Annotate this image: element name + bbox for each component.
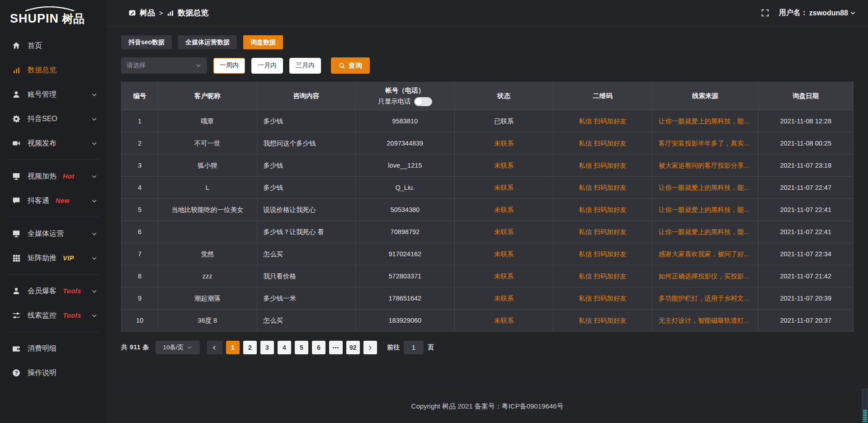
table-header-row: 编号客户昵称咨询内容帐号（电话）只显示电话状态二维码线索来源询盘日期 <box>122 82 854 110</box>
qr-add-friend-link[interactable]: 私信 扫码加好友 <box>579 184 627 191</box>
inquiry-table-wrap: 编号客户昵称咨询内容帐号（电话）只显示电话状态二维码线索来源询盘日期 1 哦章 … <box>121 82 854 332</box>
page-button-1[interactable]: 1 <box>226 341 240 354</box>
query-button[interactable]: 查询 <box>331 57 370 74</box>
svg-text:?: ? <box>14 370 18 376</box>
cell-id: 10 <box>122 310 158 332</box>
breadcrumb-page[interactable]: 数据总览 <box>167 8 208 18</box>
breadcrumb-separator: > <box>159 9 163 17</box>
qr-add-friend-link[interactable]: 私信 扫码加好友 <box>579 206 627 213</box>
range-button-1[interactable]: 一周内 <box>213 58 245 74</box>
pagination: 共 911 条 10条/页 123456•••92 前往 页 <box>121 341 854 354</box>
cell-content: 我想问这个多少钱 <box>257 132 356 155</box>
lead-source-link[interactable]: 被大家追着问的客厅投影分享... <box>659 162 750 169</box>
lead-source-link[interactable]: 感谢大家喜欢我家，被问了好... <box>659 250 750 258</box>
sidebar-item-video-publish[interactable]: 视频发布 <box>0 131 107 155</box>
person-icon <box>12 287 21 296</box>
breadcrumb-app[interactable]: 树品 <box>128 8 155 18</box>
tab-2[interactable]: 全媒体运营数据 <box>178 35 237 49</box>
chevron-down-icon <box>91 288 98 295</box>
page-button-6[interactable]: 6 <box>312 341 326 354</box>
cell-nickname <box>158 221 257 243</box>
monitor-icon <box>12 229 21 238</box>
sidebar-item-douyin-seo[interactable]: 抖音SEO <box>0 107 107 131</box>
page-button-3[interactable]: 3 <box>260 341 274 354</box>
lead-source-link[interactable]: 让你一眼就爱上的黑科技，能... <box>659 118 750 125</box>
lead-source-link[interactable]: 让你一眼就爱上的黑科技，能... <box>659 206 750 213</box>
page-ellipsis[interactable]: ••• <box>329 341 343 354</box>
chevron-down-icon <box>91 91 98 98</box>
goto-page-input[interactable] <box>404 341 424 354</box>
user-icon <box>12 90 21 99</box>
cell-content: 多少钱 <box>257 155 356 177</box>
tab-1[interactable]: 抖音seo数据 <box>121 35 172 49</box>
sidebar-item-video-heating[interactable]: 视频加热 Hot <box>0 164 107 188</box>
qr-add-friend-link[interactable]: 私信 扫码加好友 <box>579 317 627 324</box>
cell-date: 2021-11-07 22:34 <box>758 243 854 265</box>
cell-nickname: L <box>158 177 257 199</box>
scrollbar-widget[interactable] <box>862 389 868 423</box>
logo[interactable]: SHUPIN 树品 <box>0 4 107 29</box>
lead-source-link[interactable]: 让你一眼就爱上的黑科技，能... <box>659 228 750 235</box>
video-icon <box>12 139 21 148</box>
lead-source-link[interactable]: 客厅安装投影半年多了，真实... <box>659 140 750 147</box>
cell-date: 2021-11-07 22:41 <box>758 221 854 243</box>
prev-page-button[interactable] <box>207 341 222 354</box>
chevron-down-icon <box>195 62 202 69</box>
qr-add-friend-link[interactable]: 私信 扫码加好友 <box>579 295 627 302</box>
sliders-icon <box>12 311 21 320</box>
cell-status: 未联系 <box>454 132 553 155</box>
query-button-label: 查询 <box>349 61 362 70</box>
search-icon <box>339 62 345 69</box>
qr-add-friend-link[interactable]: 私信 扫码加好友 <box>579 250 627 258</box>
cell-account: 2097344839 <box>356 132 455 155</box>
cell-content: 多少钱 <box>257 110 356 132</box>
cell-id: 1 <box>122 110 158 132</box>
cell-account: Q_Liu. <box>356 177 455 199</box>
page-button-5[interactable]: 5 <box>295 341 308 354</box>
page-button-2[interactable]: 2 <box>243 341 257 354</box>
page-button-92[interactable]: 92 <box>346 341 360 354</box>
qr-add-friend-link[interactable]: 私信 扫码加好友 <box>579 273 627 280</box>
sidebar-item-data-overview[interactable]: 数据总览 <box>0 58 107 82</box>
sidebar-item-matrix-boost[interactable]: 矩阵助推 VIP <box>0 246 107 270</box>
question-icon: ? <box>12 368 21 377</box>
sidebar-item-consumption-detail[interactable]: 消费明细 <box>0 336 107 361</box>
qr-add-friend-link[interactable]: 私信 扫码加好友 <box>579 228 627 235</box>
column-header-7: 线索来源 <box>652 82 758 110</box>
qr-add-friend-link[interactable]: 私信 扫码加好友 <box>579 162 627 169</box>
lead-source-link[interactable]: 让你一眼就爱上的黑科技，能... <box>659 184 750 191</box>
sidebar-divider <box>7 332 99 332</box>
lead-source-link[interactable]: 如何正确选择投影仪，买投影... <box>659 273 750 280</box>
cell-content: 多少钱？让我死心 看 <box>257 221 356 243</box>
sidebar-item-omni-media-operation[interactable]: 全媒体运营 <box>0 221 107 246</box>
cell-date: 2021-11-07 21:42 <box>758 265 854 287</box>
phone-only-toggle[interactable] <box>414 97 432 106</box>
qr-add-friend-link[interactable]: 私信 扫码加好友 <box>579 140 627 147</box>
sidebar-item-home[interactable]: 首页 <box>0 33 107 58</box>
fullscreen-icon[interactable] <box>761 9 769 17</box>
scrollbar-thumb[interactable] <box>863 410 867 422</box>
range-button-2[interactable]: 一月内 <box>251 58 283 74</box>
range-button-3[interactable]: 三月内 <box>289 58 321 74</box>
breadcrumb-app-label: 树品 <box>140 8 155 18</box>
page-button-4[interactable]: 4 <box>278 341 291 354</box>
monitor-icon <box>12 172 21 181</box>
filter-select[interactable]: 请选择 <box>121 57 207 74</box>
sidebar-item-operation-guide[interactable]: ? 操作说明 <box>0 361 107 385</box>
sidebar-item-lead-monitor[interactable]: 线索监控 Tools <box>0 303 107 328</box>
sidebar-item-account-management[interactable]: 账号管理 <box>0 82 107 107</box>
sidebar-item-member-baoke[interactable]: 会员爆客 Tools <box>0 279 107 303</box>
qr-add-friend-link[interactable]: 私信 扫码加好友 <box>579 118 627 125</box>
tab-3[interactable]: 询盘数据 <box>243 35 283 49</box>
lead-source-link[interactable]: 多功能护栏灯，适用于乡村文... <box>659 295 750 302</box>
table-row: 7 觉然 怎么买 917024162 未联系 私信 扫码加好友 感谢大家喜欢我家… <box>122 243 854 265</box>
badge: Hot <box>63 173 75 180</box>
next-page-button[interactable] <box>363 341 377 354</box>
lead-source-link[interactable]: 无主灯设计，智能磁吸轨道灯... <box>659 317 750 324</box>
user-menu[interactable]: 用户名： zswodun88 <box>779 8 856 18</box>
sidebar-item-label: 消费明细 <box>28 344 57 353</box>
page-size-select[interactable]: 10条/页 <box>156 341 200 354</box>
sidebar-item-douketong[interactable]: 抖客通 New <box>0 188 107 213</box>
table-row: 8 zzz 我只看价格 572803371 未联系 私信 扫码加好友 如何正确选… <box>122 265 854 287</box>
bar-chart-icon <box>167 9 174 17</box>
